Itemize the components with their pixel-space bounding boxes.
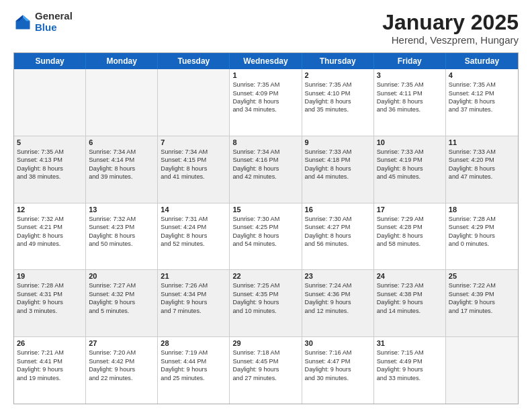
- table-row: 2Sunrise: 7:35 AM Sunset: 4:10 PM Daylig…: [302, 69, 374, 136]
- day-info: Sunrise: 7:18 AM Sunset: 4:45 PM Dayligh…: [232, 349, 298, 382]
- day-info: Sunrise: 7:33 AM Sunset: 4:19 PM Dayligh…: [377, 148, 443, 181]
- table-row: 31Sunrise: 7:15 AM Sunset: 4:49 PM Dayli…: [374, 337, 446, 404]
- subtitle: Herend, Veszprem, Hungary: [382, 34, 519, 46]
- day-number: 25: [449, 272, 515, 280]
- logo: General Blue: [13, 11, 73, 33]
- day-number: 8: [232, 138, 298, 146]
- table-row: 7Sunrise: 7:34 AM Sunset: 4:15 PM Daylig…: [158, 136, 230, 203]
- table-row: 25Sunrise: 7:22 AM Sunset: 4:39 PM Dayli…: [446, 270, 518, 336]
- day-number: 21: [161, 272, 226, 280]
- table-row: 15Sunrise: 7:30 AM Sunset: 4:25 PM Dayli…: [230, 203, 302, 270]
- table-row: 6Sunrise: 7:34 AM Sunset: 4:14 PM Daylig…: [86, 136, 158, 203]
- day-number: 27: [89, 339, 154, 347]
- header-tuesday: Tuesday: [158, 53, 230, 69]
- table-row: 17Sunrise: 7:29 AM Sunset: 4:28 PM Dayli…: [374, 203, 446, 270]
- day-number: 13: [89, 205, 154, 214]
- day-info: Sunrise: 7:16 AM Sunset: 4:47 PM Dayligh…: [305, 349, 371, 382]
- day-number: 30: [305, 339, 371, 347]
- day-info: Sunrise: 7:29 AM Sunset: 4:28 PM Dayligh…: [377, 215, 443, 248]
- table-row: 13Sunrise: 7:32 AM Sunset: 4:23 PM Dayli…: [86, 203, 158, 270]
- week-row-3: 19Sunrise: 7:28 AM Sunset: 4:31 PM Dayli…: [14, 270, 518, 337]
- table-row: 21Sunrise: 7:26 AM Sunset: 4:34 PM Dayli…: [158, 270, 230, 336]
- day-info: Sunrise: 7:23 AM Sunset: 4:38 PM Dayligh…: [377, 281, 443, 315]
- header: General Blue January 2025 Herend, Veszpr…: [13, 11, 519, 46]
- day-number: 28: [161, 339, 226, 347]
- table-row: 28Sunrise: 7:19 AM Sunset: 4:44 PM Dayli…: [158, 337, 230, 404]
- day-number: 11: [449, 138, 515, 146]
- calendar-header: Sunday Monday Tuesday Wednesday Thursday…: [14, 53, 518, 69]
- day-info: Sunrise: 7:35 AM Sunset: 4:11 PM Dayligh…: [377, 81, 443, 114]
- table-row: 11Sunrise: 7:33 AM Sunset: 4:20 PM Dayli…: [446, 136, 518, 203]
- logo-blue-text: Blue: [35, 22, 73, 34]
- page: General Blue January 2025 Herend, Veszpr…: [0, 0, 532, 411]
- week-row-4: 26Sunrise: 7:21 AM Sunset: 4:41 PM Dayli…: [14, 337, 518, 404]
- day-info: Sunrise: 7:19 AM Sunset: 4:44 PM Dayligh…: [161, 349, 226, 382]
- day-info: Sunrise: 7:33 AM Sunset: 4:18 PM Dayligh…: [305, 148, 371, 181]
- header-monday: Monday: [86, 53, 158, 69]
- table-row: 1Sunrise: 7:35 AM Sunset: 4:09 PM Daylig…: [230, 69, 302, 136]
- table-row: 3Sunrise: 7:35 AM Sunset: 4:11 PM Daylig…: [374, 69, 446, 136]
- logo-general-text: General: [35, 11, 73, 22]
- table-row: [86, 69, 158, 136]
- day-number: 15: [232, 205, 298, 214]
- day-number: 18: [449, 205, 515, 214]
- table-row: 27Sunrise: 7:20 AM Sunset: 4:42 PM Dayli…: [86, 337, 158, 404]
- day-number: 29: [232, 339, 298, 347]
- day-number: 16: [305, 205, 371, 214]
- day-number: 3: [377, 71, 443, 79]
- day-info: Sunrise: 7:31 AM Sunset: 4:24 PM Dayligh…: [161, 215, 226, 248]
- week-row-1: 5Sunrise: 7:35 AM Sunset: 4:13 PM Daylig…: [14, 136, 518, 203]
- day-info: Sunrise: 7:22 AM Sunset: 4:39 PM Dayligh…: [449, 281, 515, 315]
- day-number: 19: [17, 272, 83, 280]
- table-row: 30Sunrise: 7:16 AM Sunset: 4:47 PM Dayli…: [302, 337, 374, 404]
- day-info: Sunrise: 7:35 AM Sunset: 4:12 PM Dayligh…: [449, 81, 515, 114]
- day-info: Sunrise: 7:33 AM Sunset: 4:20 PM Dayligh…: [449, 148, 515, 181]
- table-row: 23Sunrise: 7:24 AM Sunset: 4:36 PM Dayli…: [302, 270, 374, 336]
- table-row: 18Sunrise: 7:28 AM Sunset: 4:29 PM Dayli…: [446, 203, 518, 270]
- day-number: 20: [89, 272, 154, 280]
- day-info: Sunrise: 7:26 AM Sunset: 4:34 PM Dayligh…: [161, 281, 226, 315]
- day-info: Sunrise: 7:27 AM Sunset: 4:32 PM Dayligh…: [89, 281, 154, 315]
- table-row: [158, 69, 230, 136]
- day-number: 7: [161, 138, 226, 146]
- header-wednesday: Wednesday: [230, 53, 302, 69]
- table-row: 9Sunrise: 7:33 AM Sunset: 4:18 PM Daylig…: [302, 136, 374, 203]
- day-info: Sunrise: 7:34 AM Sunset: 4:14 PM Dayligh…: [89, 148, 154, 181]
- table-row: 10Sunrise: 7:33 AM Sunset: 4:19 PM Dayli…: [374, 136, 446, 203]
- day-number: 5: [17, 138, 83, 146]
- table-row: 5Sunrise: 7:35 AM Sunset: 4:13 PM Daylig…: [14, 136, 86, 203]
- logo-text: General Blue: [35, 11, 73, 33]
- day-info: Sunrise: 7:15 AM Sunset: 4:49 PM Dayligh…: [377, 349, 443, 382]
- table-row: 22Sunrise: 7:25 AM Sunset: 4:35 PM Dayli…: [230, 270, 302, 336]
- day-info: Sunrise: 7:25 AM Sunset: 4:35 PM Dayligh…: [232, 281, 298, 315]
- header-thursday: Thursday: [302, 53, 374, 69]
- day-info: Sunrise: 7:35 AM Sunset: 4:09 PM Dayligh…: [232, 81, 298, 114]
- day-info: Sunrise: 7:34 AM Sunset: 4:15 PM Dayligh…: [161, 148, 226, 181]
- day-number: 17: [377, 205, 443, 214]
- week-row-0: 1Sunrise: 7:35 AM Sunset: 4:09 PM Daylig…: [14, 69, 518, 136]
- day-number: 12: [17, 205, 83, 214]
- table-row: [14, 69, 86, 136]
- header-friday: Friday: [374, 53, 446, 69]
- header-saturday: Saturday: [446, 53, 518, 69]
- table-row: 14Sunrise: 7:31 AM Sunset: 4:24 PM Dayli…: [158, 203, 230, 270]
- calendar: Sunday Monday Tuesday Wednesday Thursday…: [13, 52, 519, 404]
- day-info: Sunrise: 7:35 AM Sunset: 4:13 PM Dayligh…: [17, 148, 83, 181]
- table-row: 4Sunrise: 7:35 AM Sunset: 4:12 PM Daylig…: [446, 69, 518, 136]
- day-info: Sunrise: 7:21 AM Sunset: 4:41 PM Dayligh…: [17, 349, 83, 382]
- day-info: Sunrise: 7:32 AM Sunset: 4:21 PM Dayligh…: [17, 215, 83, 248]
- day-number: 9: [305, 138, 371, 146]
- table-row: 19Sunrise: 7:28 AM Sunset: 4:31 PM Dayli…: [14, 270, 86, 336]
- day-number: 26: [17, 339, 83, 347]
- day-number: 2: [305, 71, 371, 79]
- day-number: 4: [449, 71, 515, 79]
- day-number: 14: [161, 205, 226, 214]
- day-info: Sunrise: 7:20 AM Sunset: 4:42 PM Dayligh…: [89, 349, 154, 382]
- header-sunday: Sunday: [14, 53, 86, 69]
- logo-icon: [13, 13, 32, 32]
- day-info: Sunrise: 7:24 AM Sunset: 4:36 PM Dayligh…: [305, 281, 371, 315]
- day-number: 6: [89, 138, 154, 146]
- day-info: Sunrise: 7:34 AM Sunset: 4:16 PM Dayligh…: [232, 148, 298, 181]
- table-row: 26Sunrise: 7:21 AM Sunset: 4:41 PM Dayli…: [14, 337, 86, 404]
- day-number: 1: [232, 71, 298, 79]
